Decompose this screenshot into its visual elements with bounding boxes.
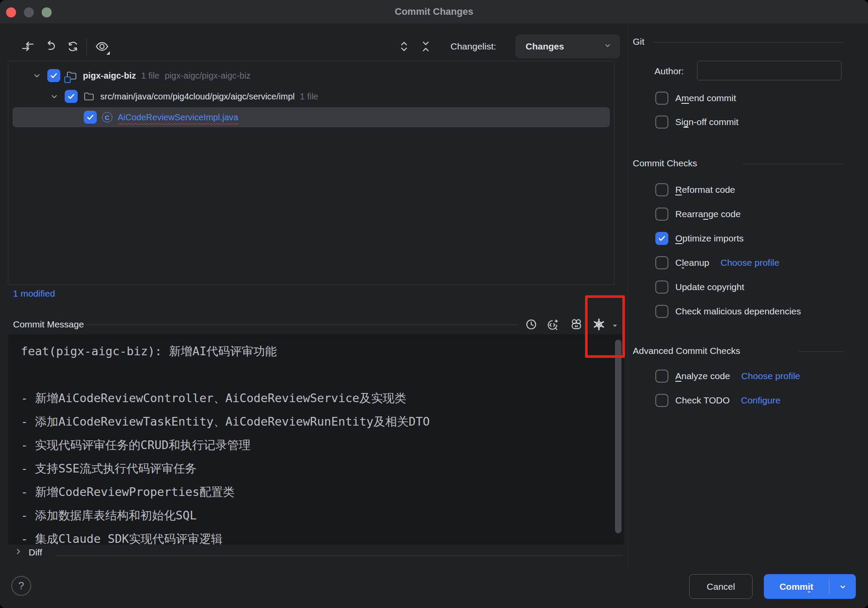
optimize-imports-checkbox[interactable] [655, 232, 668, 245]
tree-row-file-selected[interactable]: C AiCodeReviewServiceImpl.java [13, 107, 610, 127]
ai-assistant-button[interactable] [567, 316, 585, 334]
analyze-code-label: Analyze code [675, 371, 730, 381]
toolbar-separator [86, 38, 87, 56]
module-name: pigx-aigc-biz [83, 71, 136, 81]
commit-history-button[interactable] [522, 316, 540, 334]
chevron-down-icon [602, 40, 613, 53]
commit-message-text[interactable]: feat(pigx-aigc-biz): 新增AI代码评审功能 - 新增AiCo… [8, 334, 624, 545]
collapse-all-button[interactable] [416, 37, 436, 57]
move-to-another-changelist-button[interactable] [18, 37, 38, 57]
signoff-commit-row: Sign-off commit [655, 114, 739, 130]
modified-summary-link[interactable]: 1 modified [13, 288, 55, 299]
package-file-count: 1 file [300, 92, 318, 102]
rollback-icon [43, 40, 57, 55]
module-badge [64, 76, 71, 83]
module-checkbox[interactable] [47, 69, 60, 82]
cleanup-label: Cleanup [675, 258, 709, 268]
changelist-select[interactable]: Changes [516, 35, 620, 58]
refresh-button[interactable] [63, 37, 83, 57]
reformat-code-checkbox[interactable] [655, 183, 668, 196]
signoff-commit-checkbox[interactable] [655, 116, 668, 129]
commit-button[interactable]: Commit [764, 574, 856, 599]
check-todo-configure-link[interactable]: Configure [741, 395, 780, 406]
cancel-button[interactable]: Cancel [689, 574, 753, 599]
advanced-commit-checks-header: Advanced Commit Checks [633, 346, 740, 356]
amend-commit-label: Amend commit [675, 93, 736, 103]
history-clock-icon [525, 318, 538, 332]
separator [56, 555, 623, 556]
collapse-all-icon [419, 40, 432, 54]
chevron-down-icon[interactable] [32, 70, 42, 81]
commit-options-chevron[interactable] [829, 581, 856, 592]
tree-row-package[interactable]: src/main/java/com/pig4cloud/pigx/aigc/se… [8, 86, 614, 106]
git-section-header: Git [633, 36, 644, 47]
show-diff-preview-button[interactable] [92, 37, 112, 57]
amend-commit-checkbox[interactable] [655, 92, 668, 105]
commit-message-label: Commit Message [13, 319, 84, 330]
openai-dropdown-chevron-icon[interactable] [609, 320, 621, 333]
separator [799, 351, 844, 352]
dropdown-corner-triangle [106, 51, 110, 55]
reformat-code-row: Reformat code [655, 182, 735, 198]
check-todo-checkbox[interactable] [655, 394, 668, 407]
reformat-code-label: Reformat code [675, 185, 735, 195]
rearrange-code-checkbox[interactable] [655, 208, 668, 221]
ai-assistant-robot-icon [569, 317, 583, 333]
commit-changes-dialog: Commit Changes [0, 0, 868, 608]
tree-row-module[interactable]: pigx-aigc-biz 1 file pigx-aigc/pigx-aigc… [8, 66, 614, 86]
update-copyright-checkbox[interactable] [655, 281, 668, 294]
separator [654, 42, 844, 43]
panel-divider [628, 25, 628, 568]
author-input[interactable] [697, 61, 842, 80]
commit-message-editor[interactable]: feat(pigx-aigc-biz): 新增AI代码评审功能 - 新增AiCo… [8, 334, 624, 545]
refresh-icon [66, 40, 80, 55]
openai-generate-button[interactable] [590, 316, 608, 334]
move-to-another-changelist-icon [21, 40, 35, 55]
amend-commit-row: Amend commit [655, 90, 736, 106]
chevron-right-icon [13, 546, 23, 558]
changelist-value: Changes [526, 41, 564, 52]
check-malicious-row: Check malicious dependencies [655, 304, 801, 319]
ai-generate-icon [546, 317, 560, 333]
check-malicious-checkbox[interactable] [655, 305, 668, 318]
check-todo-label: Check TODO [675, 395, 730, 406]
package-checkbox[interactable] [65, 90, 78, 103]
commit-button-label: Commit [764, 582, 829, 592]
module-folder-icon [66, 69, 78, 82]
analyze-code-checkbox[interactable] [655, 370, 668, 383]
openai-logo-icon [592, 317, 606, 333]
file-name[interactable]: AiCodeReviewServiceImpl.java [118, 112, 238, 122]
question-mark-icon: ? [18, 580, 24, 592]
java-class-icon: C [102, 112, 112, 122]
update-copyright-row: Update copyright [655, 279, 744, 295]
analyze-choose-profile-link[interactable]: Choose profile [741, 371, 800, 381]
optimize-imports-label: Optimize imports [675, 233, 744, 244]
cleanup-row: Cleanup Choose profile [655, 255, 779, 271]
diff-section-toggle[interactable]: Diff [13, 546, 42, 558]
analyze-code-row: Analyze code Choose profile [655, 368, 800, 384]
ai-generate-message-button[interactable] [544, 316, 562, 334]
author-label: Author: [654, 66, 684, 76]
separator [743, 164, 844, 164]
separator [85, 324, 517, 325]
check-todo-row: Check TODO Configure [655, 393, 780, 408]
package-path: src/main/java/com/pig4cloud/pigx/aigc/se… [100, 92, 295, 102]
folder-icon [83, 90, 95, 102]
expand-all-button[interactable] [394, 37, 414, 57]
signoff-commit-label: Sign-off commit [675, 117, 739, 127]
cleanup-checkbox[interactable] [655, 256, 668, 269]
rollback-button[interactable] [40, 37, 60, 57]
commit-checks-header: Commit Checks [633, 158, 697, 169]
changes-tree: pigx-aigc-biz 1 file pigx-aigc/pigx-aigc… [8, 61, 615, 285]
rearrange-code-row: Rearrange code [655, 206, 741, 222]
changelist-label: Changelist: [450, 41, 496, 52]
cleanup-choose-profile-link[interactable]: Choose profile [720, 258, 779, 268]
expand-all-icon [398, 40, 411, 54]
rearrange-code-label: Rearrange code [675, 209, 741, 219]
optimize-imports-row: Optimize imports [655, 231, 744, 246]
scrollbar-thumb[interactable] [615, 340, 621, 533]
help-button[interactable]: ? [11, 576, 31, 596]
chevron-down-icon[interactable] [49, 91, 59, 102]
file-checkbox[interactable] [84, 111, 97, 124]
diff-label: Diff [29, 547, 42, 558]
